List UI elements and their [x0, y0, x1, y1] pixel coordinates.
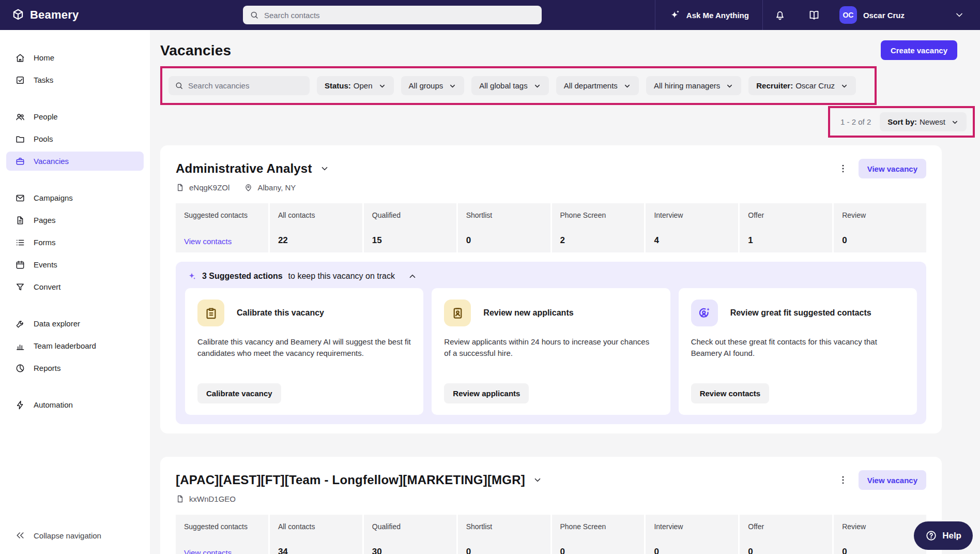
stat-label: Interview: [654, 522, 730, 531]
id-badge-icon: [444, 300, 471, 326]
stat-interview: Interview 4: [646, 203, 738, 252]
chevron-down-icon: [623, 82, 631, 90]
sidebar-item-label: Convert: [34, 282, 61, 291]
search-vacancies-input[interactable]: [188, 81, 303, 90]
stat-review: Review 0: [834, 515, 926, 554]
vacancy-title-chevron-icon[interactable]: [533, 475, 542, 485]
stat-value: 0: [748, 547, 824, 554]
review-applicants-button[interactable]: Review applicants: [444, 383, 529, 403]
brand-name: Beamery: [30, 8, 79, 22]
chevron-down-icon: [726, 82, 733, 90]
departments-filter[interactable]: All departments: [556, 76, 639, 95]
results-sort-highlight-box: 1 - 2 of 2 Sort by: Newest: [828, 106, 975, 138]
sidebar-item-convert[interactable]: Convert: [6, 277, 144, 296]
calibrate-vacancy-button[interactable]: Calibrate vacancy: [197, 383, 281, 403]
sidebar-item-automation[interactable]: Automation: [6, 395, 144, 414]
sidebar-item-campaigns[interactable]: Campaigns: [6, 188, 144, 207]
sort-by-dropdown[interactable]: Sort by: Newest: [880, 112, 967, 131]
vacancy-title-chevron-icon[interactable]: [320, 164, 329, 173]
page-icon: [15, 215, 25, 226]
search-contacts-input[interactable]: [264, 11, 535, 20]
sidebar-item-vacancies[interactable]: Vacancies: [6, 152, 144, 171]
view-vacancy-button[interactable]: View vacancy: [859, 470, 926, 490]
chevron-down-icon[interactable]: [954, 10, 964, 20]
sidebar-item-label: Forms: [34, 238, 56, 247]
sidebar-item-team-leaderboard[interactable]: Team leaderboard: [6, 336, 144, 355]
action-card-title: Review great fit suggested contacts: [730, 308, 871, 318]
home-icon: [15, 53, 25, 63]
view-contacts-link[interactable]: View contacts: [184, 548, 260, 554]
sidebar-item-events[interactable]: Events: [6, 255, 144, 274]
suggested-actions-section: 3 Suggested actions to keep this vacancy…: [176, 262, 926, 424]
sidebar-item-pools[interactable]: Pools: [6, 129, 144, 148]
global-search[interactable]: [243, 6, 542, 24]
review-contacts-button[interactable]: Review contacts: [691, 383, 770, 403]
stat-label: Shortlist: [466, 211, 542, 219]
sidebar-item-label: Pages: [34, 216, 56, 224]
departments-filter-label: All departments: [564, 81, 618, 90]
recruiter-filter[interactable]: Recruiter: Oscar Cruz: [748, 76, 856, 95]
sparkle-icon: [187, 272, 196, 281]
view-contacts-link[interactable]: View contacts: [184, 237, 260, 246]
view-vacancy-button[interactable]: View vacancy: [859, 159, 926, 178]
stat-label: Offer: [748, 211, 824, 219]
sidebar-item-label: Tasks: [34, 76, 53, 84]
sidebar-item-data-explorer[interactable]: Data explorer: [6, 314, 144, 333]
stat-value: 0: [560, 547, 636, 554]
collapse-navigation-label: Collapse navigation: [34, 531, 101, 540]
stat-interview: Interview 0: [646, 515, 738, 554]
sidebar-item-label: Team leaderboard: [34, 341, 96, 350]
hiring-managers-filter[interactable]: All hiring managers: [646, 76, 741, 95]
groups-filter[interactable]: All groups: [401, 76, 465, 95]
action-card-calibrate: Calibrate this vacancy Calibrate this va…: [185, 288, 423, 415]
stat-value: 0: [466, 235, 542, 246]
help-button[interactable]: Help: [914, 521, 973, 550]
action-card-title: Calibrate this vacancy: [237, 308, 324, 318]
file-icon: [176, 495, 185, 503]
sidebar-item-forms[interactable]: Forms: [6, 233, 144, 252]
status-filter[interactable]: Status: Open: [317, 76, 394, 95]
collapse-navigation-button[interactable]: Collapse navigation: [0, 525, 150, 546]
knowledge-book-icon[interactable]: [797, 9, 831, 21]
sidebar-item-label: Campaigns: [34, 193, 73, 202]
stat-label: Qualified: [372, 522, 448, 531]
sidebar-item-people[interactable]: People: [6, 107, 144, 126]
create-vacancy-button[interactable]: Create vacancy: [881, 40, 957, 60]
sidebar-item-reports[interactable]: Reports: [6, 358, 144, 378]
global-tags-filter[interactable]: All global tags: [471, 76, 548, 95]
sidebar-item-home[interactable]: Home: [6, 48, 144, 67]
sort-by-label: Sort by:: [887, 117, 917, 126]
beamery-logo[interactable]: Beamery: [11, 8, 79, 22]
suggested-actions-count: 3 Suggested actions: [202, 272, 283, 281]
notifications-bell-icon[interactable]: [763, 9, 797, 21]
filters-highlight-box: Status: Open All groups All global tags …: [160, 66, 877, 105]
chevron-up-icon[interactable]: [408, 272, 417, 281]
people-icon: [15, 112, 25, 122]
ask-me-anything-button[interactable]: Ask Me Anything: [655, 9, 762, 21]
stat-label: Qualified: [372, 211, 448, 219]
search-vacancies-field[interactable]: [169, 76, 310, 95]
stat-all-contacts: All contacts 22: [270, 203, 362, 252]
sidebar-item-tasks[interactable]: Tasks: [6, 70, 144, 89]
calendar-icon: [15, 260, 25, 270]
vacancy-title: [APAC][AEST][FT][Team - Longfellow][MARK…: [176, 473, 525, 487]
pipeline-stats: Suggested contacts View contacts All con…: [176, 515, 926, 554]
stat-label: Shortlist: [466, 522, 542, 531]
stat-value: 34: [278, 547, 354, 554]
user-menu[interactable]: OC Oscar Cruz: [839, 6, 905, 24]
action-card-body: Check out these great fit contacts for t…: [691, 336, 905, 359]
bar-chart-icon: [15, 341, 25, 351]
stat-label: Review: [842, 211, 918, 219]
location-pin-icon: [244, 183, 253, 192]
vacancy-location-text: Albany, NY: [257, 183, 296, 192]
kebab-menu-icon[interactable]: [836, 473, 850, 487]
funnel-icon: [15, 282, 25, 292]
stat-label: Offer: [748, 522, 824, 531]
action-card-title: Review new applicants: [483, 308, 573, 318]
action-card-review-contacts: Review great fit suggested contacts Chec…: [679, 288, 917, 415]
kebab-menu-icon[interactable]: [836, 161, 850, 176]
page-title: Vacancies: [160, 42, 231, 59]
contact-sparkle-icon: [691, 300, 718, 326]
sidebar-item-pages[interactable]: Pages: [6, 211, 144, 230]
top-navigation-bar: Beamery Ask Me Anything OC Oscar Cruz: [0, 0, 980, 30]
